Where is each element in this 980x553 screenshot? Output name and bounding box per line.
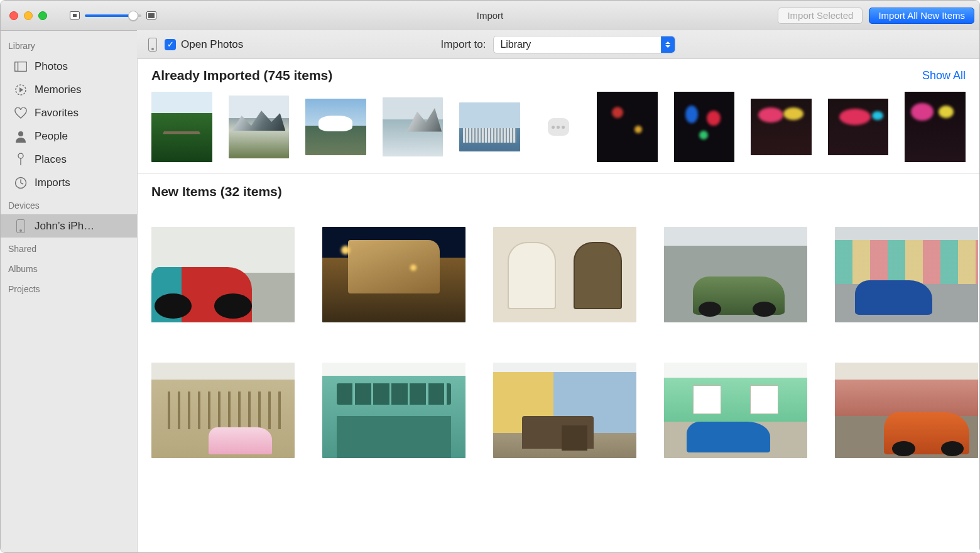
already-imported-heading: Already Imported (745 items) — [151, 68, 332, 83]
svg-marker-4 — [19, 87, 23, 92]
person-icon — [14, 130, 27, 143]
clock-icon — [14, 177, 27, 189]
imported-thumb[interactable] — [151, 92, 212, 162]
checkbox-checked-icon: ✓ — [165, 39, 176, 50]
imported-thumb[interactable] — [905, 92, 966, 162]
sidebar-item-people[interactable]: People — [1, 124, 137, 148]
titlebar: Import Import Selected Import All New It… — [1, 1, 979, 31]
sidebar-section-shared[interactable]: Shared — [1, 241, 137, 258]
import-selected-button[interactable]: Import Selected — [778, 8, 863, 24]
window-title: Import — [477, 10, 504, 21]
sidebar-item-photos[interactable]: Photos — [1, 55, 137, 78]
imported-thumb[interactable] — [305, 92, 366, 162]
sidebar-item-memories[interactable]: Memories — [1, 78, 137, 101]
open-photos-label: Open Photos — [181, 38, 243, 51]
imported-thumb[interactable] — [597, 92, 658, 162]
svg-line-10 — [21, 183, 23, 184]
new-thumb[interactable] — [151, 363, 295, 458]
photos-icon — [14, 60, 27, 73]
minimize-window-button[interactable] — [24, 11, 33, 20]
imported-thumb[interactable] — [229, 92, 290, 162]
sidebar-item-places[interactable]: Places — [1, 148, 137, 171]
new-thumb[interactable] — [493, 363, 636, 458]
zoom-large-icon[interactable] — [146, 11, 156, 19]
new-items-heading: New Items (32 items) — [138, 174, 979, 199]
select-arrows-icon — [661, 36, 675, 53]
new-items-grid — [138, 199, 979, 471]
sidebar-item-label: Places — [35, 153, 67, 166]
sidebar-item-label: Photos — [35, 60, 68, 73]
sidebar-section-albums[interactable]: Albums — [1, 261, 137, 278]
sidebar: Library Photos Memories Favorites People — [1, 31, 138, 553]
imported-thumb[interactable] — [674, 92, 735, 162]
new-thumb[interactable] — [322, 363, 466, 458]
open-photos-checkbox[interactable]: ✓ Open Photos — [165, 38, 243, 51]
sidebar-item-device[interactable]: John’s iPh… — [1, 214, 137, 238]
new-thumb[interactable] — [664, 227, 807, 322]
sidebar-item-label: Favorites — [35, 107, 79, 119]
new-thumb[interactable] — [664, 363, 807, 458]
sidebar-section-devices: Devices — [1, 198, 137, 214]
heart-icon — [14, 107, 27, 119]
sidebar-item-label: Imports — [35, 177, 70, 189]
sidebar-item-imports[interactable]: Imports — [1, 171, 137, 194]
pin-icon — [14, 153, 27, 166]
sidebar-item-favorites[interactable]: Favorites — [1, 101, 137, 124]
imported-thumb[interactable] — [828, 92, 889, 162]
import-to-value: Library — [500, 39, 531, 50]
sidebar-section-projects[interactable]: Projects — [1, 282, 137, 298]
zoom-small-icon[interactable] — [70, 11, 80, 19]
memories-icon — [14, 84, 27, 96]
device-icon — [148, 38, 157, 52]
import-toolbar: ✓ Open Photos Import to: Library — [137, 30, 979, 59]
slider-thumb[interactable] — [128, 11, 138, 21]
window-controls — [9, 11, 47, 20]
already-imported-row — [138, 83, 979, 174]
imported-thumb[interactable] — [459, 92, 520, 162]
iphone-icon — [14, 220, 27, 233]
new-thumb[interactable] — [835, 227, 978, 322]
show-all-link[interactable]: Show All — [922, 69, 966, 82]
thumbnail-zoom — [70, 11, 156, 19]
sidebar-item-label: John’s iPh… — [35, 220, 94, 233]
imported-thumb[interactable] — [383, 92, 444, 162]
new-thumb[interactable] — [322, 227, 466, 322]
svg-point-6 — [18, 153, 23, 158]
fullscreen-window-button[interactable] — [38, 11, 47, 20]
import-to-label: Import to: — [441, 38, 486, 51]
sidebar-item-label: Memories — [35, 84, 82, 96]
thumbnail-zoom-slider[interactable] — [85, 14, 141, 17]
sidebar-section-library: Library — [1, 38, 137, 55]
import-to-select[interactable]: Library — [493, 36, 675, 53]
import-view: Already Imported (745 items) Show All Ne… — [138, 59, 979, 552]
new-thumb[interactable] — [835, 363, 978, 458]
import-all-button[interactable]: Import All New Items — [869, 8, 974, 24]
close-window-button[interactable] — [9, 11, 18, 20]
sidebar-item-label: People — [35, 130, 68, 143]
new-thumb[interactable] — [493, 227, 636, 322]
svg-point-5 — [18, 131, 23, 136]
more-thumbs-button[interactable] — [548, 118, 569, 136]
imported-thumb[interactable] — [751, 92, 812, 162]
new-thumb[interactable] — [151, 227, 295, 322]
